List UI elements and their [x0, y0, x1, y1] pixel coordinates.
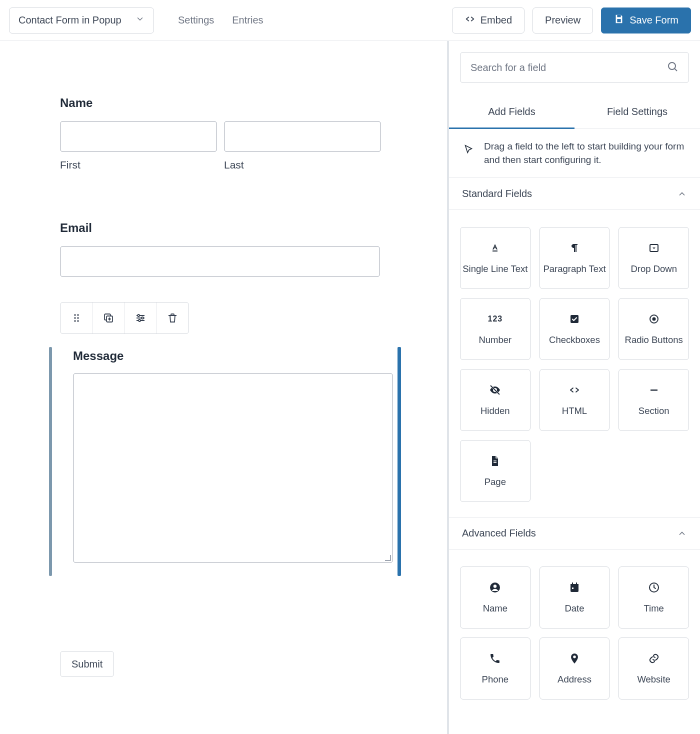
submit-button[interactable]: Submit: [60, 651, 114, 677]
field-tile-address[interactable]: Address: [540, 638, 610, 700]
field-tile-time[interactable]: Time: [618, 566, 689, 628]
field-tile-hidden[interactable]: Hidden: [460, 369, 530, 431]
field-tile-number[interactable]: 123Number: [460, 298, 530, 360]
svg-point-4: [74, 317, 76, 318]
field-tile-drop_down[interactable]: Drop Down: [618, 227, 689, 289]
phone-icon: [488, 652, 502, 665]
message-textarea[interactable]: [73, 373, 393, 563]
field-tile-phone[interactable]: Phone: [460, 638, 530, 700]
field-message-selected[interactable]: Message: [60, 347, 387, 576]
link-icon: [648, 652, 660, 665]
chevron-up-icon: [677, 189, 687, 199]
svg-rect-20: [494, 460, 496, 462]
email-input[interactable]: [60, 246, 380, 277]
field-tile-label: Number: [476, 334, 514, 346]
top-bar: Contact Form in Popup Settings Entries E…: [0, 0, 700, 41]
svg-rect-28: [572, 588, 574, 589]
code-icon: [464, 14, 476, 27]
eye-off-icon: [488, 384, 502, 396]
field-message-label: Message: [62, 349, 385, 363]
preview-button[interactable]: Preview: [532, 8, 593, 34]
clock-icon: [648, 581, 660, 594]
svg-point-9: [138, 314, 140, 316]
field-tile-single_line_text[interactable]: Single Line Text: [460, 227, 530, 289]
search-icon: [666, 60, 678, 75]
submit-button-label: Submit: [72, 658, 102, 670]
field-email-label: Email: [60, 221, 387, 235]
field-tile-name[interactable]: Name: [460, 566, 530, 628]
sidebar-tabs: Add Fields Field Settings: [449, 96, 700, 129]
svg-point-16: [652, 318, 656, 321]
save-form-button[interactable]: Save Form: [601, 8, 691, 34]
header-nav: Settings Entries: [178, 14, 264, 26]
form-switcher-title: Contact Form in Popup: [18, 14, 122, 26]
field-name-label: Name: [60, 96, 387, 110]
cursor-icon: [463, 144, 474, 155]
svg-point-6: [74, 320, 76, 322]
duplicate-field-button[interactable]: [92, 302, 124, 334]
field-tile-label: Checkboxes: [547, 334, 602, 346]
accordion-advanced-fields[interactable]: Advanced Fields: [449, 518, 700, 550]
form-canvas: Name First Last Email: [0, 41, 449, 734]
field-tile-label: Time: [642, 603, 666, 614]
svg-point-10: [142, 317, 144, 319]
field-tile-label: Hidden: [478, 406, 512, 416]
field-tile-section[interactable]: Section: [618, 369, 689, 431]
radio-icon: [648, 312, 660, 326]
field-search-input[interactable]: Search for a field: [460, 52, 689, 83]
first-name-sublabel: First: [60, 159, 217, 171]
sidebar: Search for a field Add Fields Field Sett…: [449, 41, 700, 734]
first-name-input[interactable]: [60, 121, 217, 152]
tab-field-settings[interactable]: Field Settings: [574, 96, 700, 128]
save-button-label: Save Form: [630, 14, 678, 26]
person-icon: [488, 581, 502, 594]
embed-button-label: Embed: [480, 14, 512, 26]
pilcrow-icon: [568, 242, 581, 254]
svg-rect-26: [572, 582, 573, 585]
field-action-bar: [60, 302, 189, 334]
field-name[interactable]: Name First Last: [60, 96, 387, 171]
field-tile-checkboxes[interactable]: Checkboxes: [540, 298, 610, 360]
field-tile-label: Paragraph Text: [541, 264, 608, 274]
field-tile-label: Drop Down: [628, 264, 679, 274]
field-tile-label: Radio Buttons: [623, 334, 685, 346]
svg-point-7: [77, 320, 78, 322]
nav-settings[interactable]: Settings: [178, 14, 214, 26]
svg-point-5: [77, 317, 78, 318]
drag-handle-icon[interactable]: [60, 302, 92, 334]
svg-point-23: [494, 584, 496, 588]
svg-point-2: [74, 314, 76, 316]
field-tile-label: Page: [482, 476, 508, 488]
field-tile-html[interactable]: HTML: [540, 369, 610, 431]
field-tile-label: Website: [635, 674, 672, 685]
num123-icon: 123: [488, 312, 502, 326]
field-email[interactable]: Email: [60, 221, 387, 277]
field-tile-page[interactable]: Page: [460, 440, 530, 502]
svg-rect-1: [618, 19, 621, 22]
svg-rect-19: [650, 390, 658, 391]
embed-button[interactable]: Embed: [452, 8, 524, 34]
accordion-standard-fields[interactable]: Standard Fields: [449, 178, 700, 210]
field-tile-label: Single Line Text: [460, 264, 530, 274]
preview-button-label: Preview: [545, 14, 580, 26]
field-tile-radio_buttons[interactable]: Radio Buttons: [618, 298, 689, 360]
calendar-icon: [568, 581, 581, 594]
form-switcher-dropdown[interactable]: Contact Form in Popup: [9, 8, 154, 34]
pin-icon: [568, 652, 581, 665]
code-icon: [568, 384, 581, 396]
tab-add-fields[interactable]: Add Fields: [449, 96, 574, 129]
field-tile-date[interactable]: Date: [540, 566, 610, 628]
field-settings-button[interactable]: [124, 302, 156, 334]
nav-entries[interactable]: Entries: [232, 14, 263, 26]
advanced-fields-grid: NameDateTimePhoneAddressWebsite: [449, 550, 700, 704]
checkbox-icon: [568, 312, 581, 326]
delete-field-button[interactable]: [156, 302, 188, 334]
last-name-input[interactable]: [224, 121, 381, 152]
dropdown-icon: [648, 242, 660, 254]
drag-hint: Drag a field to the left to start buildi…: [449, 129, 700, 178]
field-tile-label: Address: [556, 674, 594, 685]
field-tile-website[interactable]: Website: [618, 638, 689, 700]
drag-hint-text: Drag a field to the left to start buildi…: [484, 140, 686, 166]
svg-rect-21: [494, 462, 496, 463]
field-tile-paragraph_text[interactable]: Paragraph Text: [540, 227, 610, 289]
